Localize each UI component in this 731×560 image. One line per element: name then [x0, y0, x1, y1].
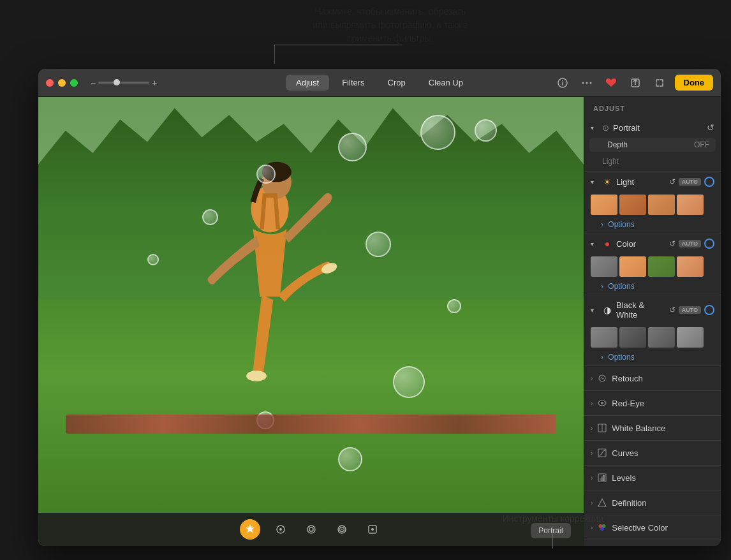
- adjust-panel: ADJUST ▾ ⊙ Portrait ↺ Depth OFF Light ▾: [584, 97, 721, 546]
- red-eye-section[interactable]: › Red-Eye: [584, 391, 721, 416]
- definition-section[interactable]: › Definition: [584, 490, 721, 515]
- white-balance-icon: [596, 422, 608, 434]
- light-thumb-2[interactable]: [619, 195, 646, 215]
- light-toggle-button[interactable]: [704, 177, 714, 187]
- bw-thumb-4[interactable]: [677, 327, 704, 348]
- tab-crop[interactable]: Crop: [378, 75, 416, 91]
- color-label: Color: [616, 239, 665, 249]
- color-undo-button[interactable]: ↺: [669, 239, 676, 248]
- view-mode-1-icon[interactable]: [270, 519, 291, 540]
- view-mode-3-icon[interactable]: [332, 519, 352, 540]
- tooltip-area: Нажмите, чтобы изменить, обрезатьили вып…: [0, 0, 731, 70]
- definition-chevron-icon: ›: [591, 499, 593, 506]
- main-window: − + Adjust Filters Crop Clean Up i: [38, 69, 721, 546]
- bw-label: Black & White: [616, 300, 665, 320]
- light-thumb-1[interactable]: [591, 195, 617, 215]
- bw-undo-button[interactable]: ↺: [669, 306, 676, 314]
- retouch-section[interactable]: › Retouch: [584, 366, 721, 391]
- color-thumb-4[interactable]: [677, 256, 704, 277]
- color-actions: ↺ AUTO: [669, 239, 714, 249]
- color-thumb-1[interactable]: [591, 256, 617, 277]
- tab-filters[interactable]: Filters: [332, 75, 374, 91]
- color-options[interactable]: › Options: [584, 281, 721, 295]
- info-button[interactable]: i: [554, 74, 572, 92]
- red-eye-icon: [596, 397, 608, 409]
- white-balance-section[interactable]: › White Balance: [584, 416, 721, 441]
- light-actions: ↺ AUTO: [669, 177, 714, 187]
- color-thumb-2[interactable]: [619, 256, 646, 277]
- red-eye-label: Red-Eye: [612, 399, 644, 408]
- bw-auto-button[interactable]: AUTO: [679, 306, 701, 314]
- curves-label: Curves: [612, 448, 638, 458]
- maximize-button[interactable]: [70, 79, 78, 87]
- bw-thumb-1[interactable]: [591, 327, 617, 348]
- bw-options-chevron-icon: ›: [601, 353, 603, 362]
- svg-point-12: [279, 528, 282, 531]
- white-balance-label: White Balance: [612, 424, 665, 433]
- light-thumb-3[interactable]: [648, 195, 675, 215]
- bw-options[interactable]: › Options: [584, 351, 721, 365]
- retouch-chevron-icon: ›: [591, 375, 593, 382]
- close-button[interactable]: [46, 79, 54, 87]
- view-mode-4-icon[interactable]: [362, 519, 383, 540]
- bw-toggle-button[interactable]: [704, 305, 714, 315]
- light-thumb-4[interactable]: [677, 195, 704, 215]
- tooltip-text: Нажмите, чтобы изменить, обрезатьили вып…: [313, 5, 468, 45]
- svg-point-2: [582, 82, 584, 84]
- portrait-section: ▾ ⊙ Portrait ↺ Depth OFF Light: [584, 117, 721, 172]
- favorite-button[interactable]: [602, 74, 620, 92]
- portrait-chevron-icon: ▾: [591, 124, 598, 131]
- color-thumb-3[interactable]: [648, 256, 675, 277]
- more-button[interactable]: [578, 74, 596, 92]
- color-options-chevron-icon: ›: [601, 282, 603, 291]
- brightness-minus-button[interactable]: −: [91, 78, 96, 88]
- portrait-mode-icon[interactable]: [240, 519, 260, 540]
- selective-color-section[interactable]: › Selective Color: [584, 515, 721, 540]
- levels-section[interactable]: › Levels: [584, 466, 721, 490]
- brightness-plus-button[interactable]: +: [152, 78, 157, 88]
- color-auto-button[interactable]: AUTO: [679, 240, 701, 247]
- depth-label: Depth: [607, 140, 694, 149]
- color-section: ▾ ● Color ↺ AUTO › Op: [584, 233, 721, 295]
- curves-section[interactable]: › Curves: [584, 441, 721, 466]
- bw-options-label: Options: [608, 353, 634, 362]
- annotation-text: Инструменты коррекции: [503, 513, 603, 524]
- bw-circle-icon: ◑: [602, 305, 612, 315]
- light-section-header[interactable]: ▾ ☀ Light ↺ AUTO: [584, 172, 721, 192]
- portrait-light-label: Light: [584, 154, 721, 171]
- red-eye-chevron-icon: ›: [591, 400, 593, 407]
- svg-point-9: [246, 371, 267, 381]
- color-toggle-button[interactable]: [704, 239, 714, 249]
- bw-thumb-3[interactable]: [648, 327, 675, 348]
- view-mode-2-icon[interactable]: [301, 519, 321, 540]
- bw-section-header[interactable]: ▾ ◑ Black & White ↺ AUTO: [584, 295, 721, 325]
- definition-label: Definition: [612, 498, 646, 508]
- retouch-label: Retouch: [612, 374, 642, 383]
- tab-adjust[interactable]: Adjust: [286, 75, 329, 91]
- done-button[interactable]: Done: [675, 75, 714, 91]
- portrait-undo-button[interactable]: ↺: [707, 122, 714, 133]
- portrait-section-header[interactable]: ▾ ⊙ Portrait ↺: [584, 117, 721, 138]
- levels-icon: [596, 472, 608, 483]
- tab-cleanup[interactable]: Clean Up: [418, 75, 473, 91]
- toolbar-right: i Done: [554, 74, 714, 92]
- depth-row[interactable]: Depth OFF: [589, 138, 716, 152]
- expand-button[interactable]: [651, 74, 668, 92]
- light-options-label: Options: [608, 220, 634, 229]
- svg-point-13: [307, 526, 315, 533]
- light-undo-button[interactable]: ↺: [669, 177, 676, 186]
- levels-chevron-icon: ›: [591, 475, 593, 482]
- photo-area[interactable]: Portrait: [38, 97, 584, 546]
- color-section-header[interactable]: ▾ ● Color ↺ AUTO: [584, 233, 721, 254]
- share-button[interactable]: [626, 74, 644, 92]
- brightness-slider[interactable]: [98, 82, 149, 84]
- bw-thumb-2[interactable]: [619, 327, 646, 348]
- annotation-line: [552, 526, 553, 549]
- photo-canvas: [38, 97, 584, 546]
- color-chevron-icon: ▾: [591, 240, 598, 247]
- bottom-annotation: Инструменты коррекции: [503, 513, 603, 549]
- color-circle-icon: ●: [602, 239, 612, 249]
- minimize-button[interactable]: [58, 79, 66, 87]
- light-auto-button[interactable]: AUTO: [679, 178, 701, 186]
- light-options[interactable]: › Options: [584, 219, 721, 233]
